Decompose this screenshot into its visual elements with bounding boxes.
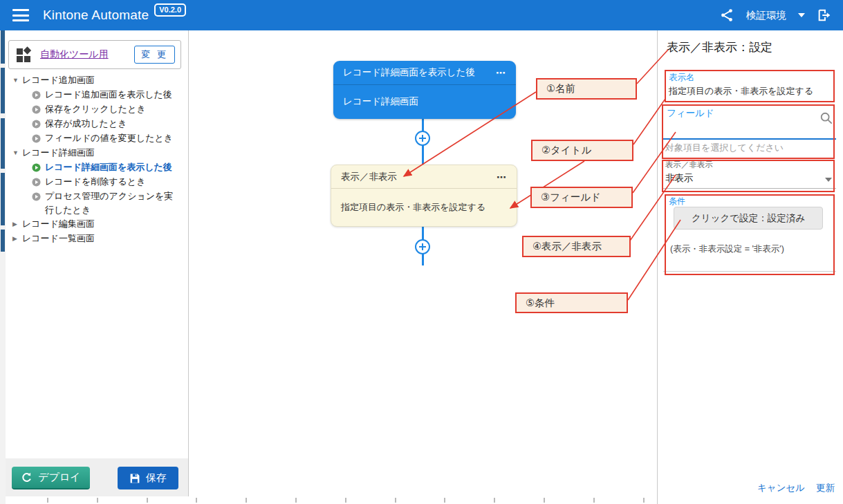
more-options-icon[interactable]: ⋯ — [497, 171, 507, 183]
event-circle-icon — [32, 91, 41, 100]
app-name-link[interactable]: 自動化ツール用 — [40, 48, 109, 61]
app-title: Kintone Automate — [43, 8, 149, 23]
sidebar: 自動化ツール用 変 更 ▼ レコード追加画面 レコード追加画面を表示した後 保存… — [6, 30, 189, 496]
display-name-label: 表示名 — [669, 72, 695, 84]
node-header: レコード詳細画面を表示した後 ⋯ — [333, 61, 516, 85]
event-circle-icon — [32, 120, 41, 129]
flow-node-event[interactable]: レコード詳細画面を表示した後 ⋯ レコード詳細画面 — [333, 61, 516, 119]
logout-icon[interactable] — [817, 8, 832, 23]
expander-icon[interactable]: ▼ — [12, 146, 22, 160]
visibility-label: 表示／非表示 — [665, 160, 713, 170]
chevron-down-icon[interactable] — [825, 178, 832, 182]
node-name: レコード詳細画面を表示した後 — [343, 66, 475, 79]
tree-section-record-list[interactable]: ▶ レコード一覧画面 — [6, 232, 184, 246]
node-title: レコード詳細画面 — [333, 85, 516, 118]
annotation-box-title: ②タイトル — [531, 140, 633, 161]
search-icon[interactable] — [819, 111, 833, 125]
annotation-box-field: ③フィールド — [530, 187, 633, 208]
app-selector-box: 自動化ツール用 変 更 — [8, 40, 181, 69]
expander-icon[interactable]: ▶ — [12, 232, 22, 246]
condition-label: 条件 — [669, 196, 685, 207]
tree-section-record-edit[interactable]: ▶ レコード編集画面 — [6, 217, 184, 232]
field-input[interactable]: 対象項目を選択してください — [665, 142, 784, 154]
change-app-button[interactable]: 変 更 — [134, 46, 175, 64]
condition-set-button[interactable]: クリックで設定：設定済み — [674, 207, 823, 230]
annotation-box-condition: ⑤条件 — [515, 292, 628, 313]
tree-section-record-add[interactable]: ▼ レコード追加画面 — [6, 73, 184, 88]
node-title: 指定項目の表示・非表示を設定する — [331, 189, 517, 226]
event-tree: ▼ レコード追加画面 レコード追加画面を表示した後 保存をクリックしたとき 保存… — [6, 73, 184, 246]
event-circle-icon-active — [32, 163, 41, 172]
tree-item[interactable]: フィールドの値を変更したとき — [6, 131, 184, 146]
kintone-app-icon — [15, 46, 33, 64]
node-name: 表示／非表示 — [341, 171, 397, 183]
field-label: フィールド — [667, 107, 714, 120]
app-header: Kintone Automate V0.2.0 検証環境 — [0, 0, 843, 30]
environment-selector[interactable]: 検証環境 — [746, 9, 786, 22]
deploy-button[interactable]: デプロイ — [12, 467, 90, 489]
visibility-underline — [663, 188, 836, 189]
menu-icon[interactable] — [12, 9, 29, 21]
tree-item-selected[interactable]: レコード詳細画面を表示した後 — [6, 160, 184, 175]
tree-item[interactable]: 保存が成功したとき — [6, 117, 184, 131]
sync-icon — [21, 472, 33, 483]
more-options-icon[interactable]: ⋯ — [496, 67, 506, 78]
annotation-box-name: ①名前 — [536, 78, 637, 100]
tree-item[interactable]: レコードを削除するとき — [6, 175, 184, 189]
display-name-value[interactable]: 指定項目の表示・非表示を設定する — [669, 85, 813, 97]
share-icon[interactable] — [719, 8, 734, 23]
annotation-box-visibility: ④表示／非表示 — [522, 236, 631, 257]
visibility-select[interactable]: 非表示 — [665, 172, 694, 185]
panel-title: 表示／非表示：設定 — [667, 39, 772, 55]
settings-panel: 表示／非表示：設定 表示名 指定項目の表示・非表示を設定する フィールド 対象項… — [657, 30, 843, 504]
chevron-down-icon[interactable] — [798, 13, 805, 17]
sidebar-footer: デプロイ 保存 — [6, 458, 188, 496]
event-circle-icon — [32, 192, 41, 201]
save-floppy-icon — [129, 473, 140, 484]
app-root: Kintone Automate V0.2.0 検証環境 — [0, 0, 843, 504]
tree-item[interactable]: 保存をクリックしたとき — [6, 102, 184, 117]
edge-scroll-strip[interactable] — [0, 30, 6, 504]
event-circle-icon — [32, 134, 41, 143]
node-header: 表示／非表示 ⋯ — [331, 165, 517, 189]
header-actions: 検証環境 — [719, 8, 832, 23]
tree-item[interactable]: プロセス管理のアクションを実行したとき — [6, 189, 178, 217]
condition-summary: (表示・非表示設定 = '非表示') — [670, 243, 784, 255]
update-button[interactable]: 更新 — [816, 482, 835, 494]
expander-icon[interactable]: ▼ — [12, 73, 22, 88]
tree-section-record-detail[interactable]: ▼ レコード詳細画面 — [6, 146, 184, 160]
save-button[interactable]: 保存 — [118, 467, 178, 489]
expander-icon[interactable]: ▶ — [12, 217, 22, 232]
event-circle-icon — [32, 105, 41, 114]
cancel-button[interactable]: キャンセル — [757, 482, 805, 494]
version-badge: V0.2.0 — [154, 3, 186, 17]
add-step-button[interactable] — [415, 239, 430, 254]
event-circle-icon — [32, 178, 41, 187]
tree-item[interactable]: レコード追加画面を表示した後 — [6, 88, 184, 102]
field-input-underline — [663, 138, 836, 140]
flow-node-action[interactable]: 表示／非表示 ⋯ 指定項目の表示・非表示を設定する — [331, 165, 517, 227]
condition-underline — [663, 271, 836, 272]
add-step-button[interactable] — [415, 131, 430, 146]
